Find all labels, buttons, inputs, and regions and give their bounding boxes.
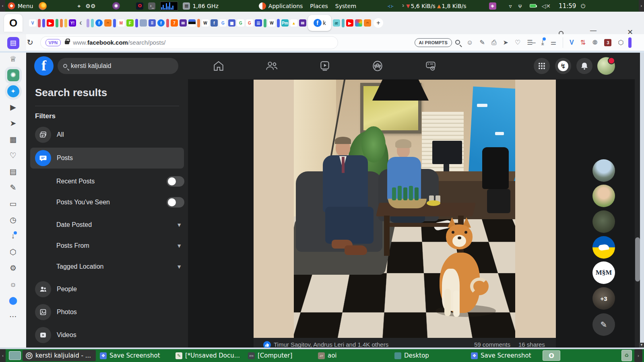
panel-collapse-left[interactable]: ‹ (0, 0, 5, 12)
firefox-icon[interactable] (39, 2, 47, 10)
tips-icon[interactable]: ☼ (4, 278, 22, 290)
task-computer[interactable]: ▭ [Computer] (245, 350, 301, 361)
menu-label[interactable]: Menu (18, 3, 33, 9)
trash-applet[interactable]: ♻ (621, 350, 632, 361)
player-icon[interactable]: ▶ (4, 101, 22, 113)
tab-facebook[interactable]: f (95, 19, 103, 27)
scrollbar-thumb[interactable] (635, 237, 640, 282)
tab-pill[interactable] (64, 19, 67, 27)
applications-menu[interactable]: Applications (268, 3, 303, 9)
wifi-icon[interactable]: ᭡ (398, 3, 404, 9)
tab-google[interactable]: G (219, 19, 227, 27)
tab-pm[interactable]: Pm (281, 19, 289, 27)
snapshot-camera-icon[interactable]: ⎙ (491, 39, 497, 46)
facebook-search-input[interactable]: kersti kaljulaid (58, 58, 178, 74)
tab-google[interactable]: G (237, 19, 244, 27)
tab-pill[interactable] (87, 19, 89, 27)
cube-extension-icon[interactable]: ⬡ (618, 39, 623, 46)
task-unsaved-document[interactable]: ✎ [*Unsaved Docu... (172, 350, 244, 361)
tab-google[interactable]: G (246, 19, 253, 27)
taskbar-collapse-right[interactable]: › (634, 349, 642, 362)
like-icon[interactable] (263, 341, 271, 348)
tor-icon[interactable] (112, 2, 120, 10)
tab-flixbus[interactable]: F (126, 19, 134, 27)
tab-gmail[interactable]: M (118, 19, 125, 27)
post-shares-count[interactable]: 16 shares (518, 341, 545, 348)
tab-estonia-flag[interactable] (188, 19, 196, 27)
ai-prompts-button[interactable]: AI PROMPTS (415, 38, 452, 47)
mate-menu-icon[interactable] (8, 2, 15, 10)
memory-icon[interactable]: ▦ (183, 2, 190, 10)
tab-pill[interactable] (60, 19, 63, 27)
tab-pill[interactable] (264, 19, 266, 27)
terminal-icon[interactable]: ›_ (148, 2, 155, 10)
post-likers[interactable]: Timur Sagitov, Andrus Leri and 1.4K othe… (274, 341, 388, 348)
send-to-device-icon[interactable]: ➤ (503, 39, 508, 46)
twitter-icon[interactable]: ✦ (4, 85, 22, 97)
filter-people[interactable]: People (30, 279, 184, 300)
nav-friends[interactable] (250, 57, 294, 75)
share-icon[interactable]: ✎ (4, 181, 22, 194)
tab-ae[interactable]: æ (333, 19, 340, 27)
tab-firefox[interactable]: ᴖ (364, 19, 371, 27)
vpn-extension-icon[interactable]: V (570, 39, 574, 46)
tab-pill[interactable] (342, 19, 345, 27)
downloads-icon[interactable]: ⤓ (541, 39, 544, 46)
favorites-heart-icon[interactable]: ♡ (515, 39, 520, 46)
tab-moon[interactable]: ☾ (78, 19, 85, 27)
contact-avatar-ukraine[interactable] (592, 236, 615, 259)
tab-rainbow[interactable] (355, 19, 362, 27)
tab-pill[interactable] (42, 19, 45, 27)
secure-lock-icon[interactable] (65, 41, 69, 44)
bookmarks-icon[interactable]: ▤ (4, 37, 22, 49)
tab-pill[interactable] (113, 19, 116, 27)
tab-pill[interactable] (135, 19, 138, 27)
contact-avatar-msm[interactable]: M§M (592, 261, 615, 284)
nav-watch[interactable] (303, 57, 347, 75)
reading-list-icon[interactable]: ☰– (527, 39, 535, 46)
search-tool-icon[interactable]: ⌖ (77, 3, 80, 9)
post-photo[interactable] (294, 80, 515, 338)
volume-muted-icon[interactable]: ◁✕ (542, 3, 551, 9)
recent-posts-toggle[interactable] (167, 176, 184, 187)
tune-icon[interactable]: ⚌ (551, 39, 556, 46)
scrollbar-track[interactable] (635, 53, 640, 348)
page-url[interactable]: www.facebook.com/search/posts/ (73, 39, 165, 46)
shutdown-icon[interactable]: ⏻ (581, 3, 585, 9)
messenger-button[interactable]: ↯ (555, 58, 571, 74)
active-tab-facebook[interactable]: f k (308, 15, 331, 31)
nav-groups[interactable] (355, 57, 400, 75)
bookmark-icon[interactable]: ✎ (479, 39, 485, 46)
tab-pill[interactable] (277, 19, 280, 27)
indicator-applet-icon[interactable]: ◈ (489, 2, 496, 10)
tab-list[interactable]: ☰ (255, 19, 262, 27)
tab-wikipedia[interactable]: W (202, 19, 209, 27)
post-comments-count[interactable]: 59 comments (474, 341, 510, 348)
tab-drive[interactable]: ▲ (290, 19, 297, 27)
history-icon[interactable]: ◷ (4, 214, 22, 226)
filter-photos[interactable]: Photos (30, 302, 184, 323)
tab-pill[interactable] (197, 19, 200, 27)
apps-menu-button[interactable] (534, 58, 550, 74)
tab-mail[interactable]: ✉ (299, 19, 306, 27)
tab-facebook[interactable]: f (211, 19, 218, 27)
reactions-icon[interactable]: ☺ (466, 39, 473, 46)
nav-gaming[interactable] (409, 57, 453, 75)
cpu-graph[interactable] (160, 2, 178, 10)
sidebar-handle[interactable] (628, 37, 632, 48)
tab-cluster[interactable]: ▦ (228, 19, 235, 27)
opera-tray-icon[interactable]: O (136, 2, 143, 10)
contact-avatar-1[interactable] (592, 159, 615, 182)
facebook-logo[interactable]: f (34, 56, 54, 76)
filter-all[interactable]: All (30, 124, 184, 145)
places-menu[interactable]: Places (310, 3, 328, 9)
tab-pill[interactable] (91, 19, 94, 27)
zoom-page-icon[interactable] (455, 39, 460, 46)
tab-pill[interactable] (56, 19, 58, 27)
dropdown-date-posted[interactable]: Date Posted ▼ (56, 219, 189, 230)
contact-avatar-2[interactable] (592, 185, 615, 207)
system-menu[interactable]: System (335, 3, 356, 9)
speed-dial-icon[interactable]: ▦ (4, 133, 22, 146)
battery-icon[interactable] (530, 4, 536, 8)
contact-avatar-more[interactable]: +3 (592, 287, 615, 310)
